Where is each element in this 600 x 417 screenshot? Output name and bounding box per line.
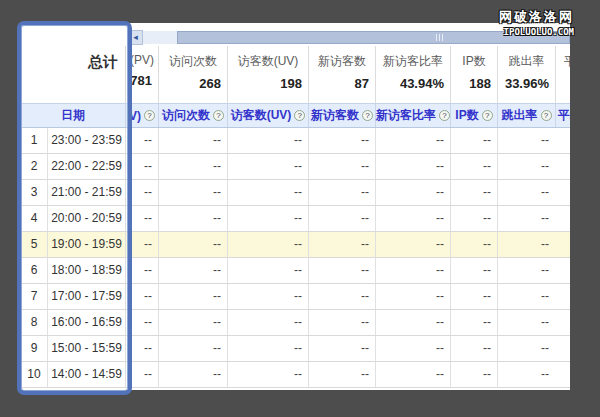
help-icon[interactable]: ? <box>362 110 373 121</box>
row-date-cell: 23:00 - 23:59 <box>47 128 125 153</box>
metric-value-cell: -- <box>497 180 555 205</box>
summary-metric-label: 平 <box>556 53 570 70</box>
metric-value-cell: -- <box>375 206 450 231</box>
metric-value-cell: -- <box>227 232 308 257</box>
table-row[interactable]: 915:00 - 15:59-------------- <box>21 336 570 362</box>
metric-value-cell: -- <box>158 310 227 335</box>
metric-value-cell: -- <box>308 180 375 205</box>
metric-value-cell: -- <box>375 128 450 153</box>
row-index-cell: 3 <box>21 180 47 205</box>
scroll-left-button[interactable]: ◂ <box>128 30 143 45</box>
metric-value-cell: -- <box>227 310 308 335</box>
column-header-label: 平均 <box>558 107 570 124</box>
help-icon[interactable]: ? <box>213 110 224 121</box>
column-header-label: IP数 <box>455 107 478 124</box>
column-header-label: V) <box>129 109 141 123</box>
help-icon[interactable]: ? <box>541 110 552 121</box>
column-header-metric[interactable]: 新访客比率? <box>375 104 450 127</box>
table-row[interactable]: 420:00 - 20:59-------------- <box>21 206 570 232</box>
row-date-cell: 14:00 - 14:59 <box>47 362 125 387</box>
row-index-cell: 4 <box>21 206 47 231</box>
row-index-cell: 10 <box>21 362 47 387</box>
table-row[interactable]: 123:00 - 23:59-------------- <box>21 128 570 154</box>
metric-value-cell: -- <box>450 206 497 231</box>
column-header-date[interactable]: 日期 <box>21 104 125 127</box>
metric-value-cell: -- <box>497 336 555 361</box>
metric-value-cell: -- <box>450 258 497 283</box>
summary-metric-value: 87 <box>309 76 375 91</box>
metric-value-cell: -- <box>308 206 375 231</box>
summary-metric: 跳出率33.96% <box>497 46 555 103</box>
metric-value-cell: -- <box>227 154 308 179</box>
metric-value-cell: -- <box>450 232 497 257</box>
column-header-metric[interactable]: 访问次数? <box>158 104 227 127</box>
metric-value-cell: -- <box>375 362 450 387</box>
table-row[interactable]: 618:00 - 18:59-------------- <box>21 258 570 284</box>
summary-metric-label: 新访客数 <box>309 53 375 70</box>
metric-value-cell: -- <box>227 128 308 153</box>
metric-value-cell: -- <box>125 128 158 153</box>
summary-metric-value: 188 <box>451 76 497 91</box>
table-row[interactable]: 717:00 - 17:59-------------- <box>21 284 570 310</box>
help-icon[interactable]: ? <box>439 110 450 121</box>
column-header-metric[interactable]: V)? <box>125 104 158 127</box>
metric-value-cell: -- <box>497 310 555 335</box>
column-header-metric[interactable]: 新访客数? <box>308 104 375 127</box>
metric-value-cell: -- <box>308 362 375 387</box>
table-row[interactable]: 321:00 - 21:59-------------- <box>21 180 570 206</box>
summary-metric: (PV),781 <box>125 46 158 103</box>
metric-value-cell: -- <box>227 206 308 231</box>
column-header-metric[interactable]: 平均 <box>555 104 570 127</box>
metric-value-cell: -- <box>450 310 497 335</box>
metric-value-cell: -- <box>450 154 497 179</box>
summary-metric: 平 <box>555 46 570 103</box>
metric-value-cell: -- <box>450 180 497 205</box>
metric-value-cell: -- <box>308 232 375 257</box>
row-date-cell: 17:00 - 17:59 <box>47 284 125 309</box>
column-header-metric[interactable]: 访客数(UV)? <box>227 104 308 127</box>
summary-metric: 访客数(UV)198 <box>227 46 308 103</box>
metric-value-cell: -- <box>125 154 158 179</box>
metric-value-cell: -- <box>227 258 308 283</box>
metric-value-cell: -- <box>497 232 555 257</box>
table-row[interactable]: 222:00 - 22:59-------------- <box>21 154 570 180</box>
summary-metric-label: 访客数(UV) <box>228 53 308 70</box>
row-date-cell: 16:00 - 16:59 <box>47 310 125 335</box>
metric-value-cell: -- <box>497 128 555 153</box>
metric-value-cell: -- <box>450 336 497 361</box>
table-row[interactable]: 816:00 - 16:59-------------- <box>21 310 570 336</box>
metric-value-cell: -- <box>308 258 375 283</box>
scrollbar-grip-icon <box>436 34 445 41</box>
metric-value-cell: -- <box>375 154 450 179</box>
help-icon[interactable]: ? <box>144 110 155 121</box>
metric-value-cell: -- <box>308 310 375 335</box>
column-header-metric[interactable]: IP数? <box>450 104 497 127</box>
row-date-cell: 21:00 - 21:59 <box>47 180 125 205</box>
metric-value-cell: -- <box>125 206 158 231</box>
metric-value-cell: -- <box>308 128 375 153</box>
analytics-table-panel: ◂ 总计 (PV),781访问次数268访客数(UV)198新访客数87新访客比… <box>21 23 570 390</box>
help-icon[interactable]: ? <box>294 110 305 121</box>
column-header-label: 访问次数 <box>162 107 210 124</box>
metric-value-cell: -- <box>227 336 308 361</box>
metric-value-cell: -- <box>227 180 308 205</box>
watermark: 网破洛洛网 IPOLUOLUO.COM <box>499 8 574 37</box>
table-row[interactable]: 1014:00 - 14:59-------------- <box>21 362 570 388</box>
summary-metric: 新访客数87 <box>308 46 375 103</box>
summary-metric: 新访客比率43.94% <box>375 46 450 103</box>
row-index-cell: 1 <box>21 128 47 153</box>
column-header-metric[interactable]: 跳出率? <box>497 104 555 127</box>
metric-value-cell: -- <box>158 336 227 361</box>
metric-value-cell: -- <box>497 206 555 231</box>
table-row[interactable]: 519:00 - 19:59-------------- <box>21 232 570 258</box>
row-date-cell: 18:00 - 18:59 <box>47 258 125 283</box>
watermark-site-name: 网破洛洛网 <box>499 8 574 26</box>
summary-metric-value: 198 <box>228 76 308 91</box>
metric-value-cell: -- <box>308 336 375 361</box>
metric-value-cell: -- <box>158 206 227 231</box>
metric-value-cell: -- <box>158 284 227 309</box>
metric-value-cell: -- <box>308 284 375 309</box>
summary-metric-label: IP数 <box>451 53 497 70</box>
row-date-cell: 15:00 - 15:59 <box>47 336 125 361</box>
help-icon[interactable]: ? <box>482 110 493 121</box>
